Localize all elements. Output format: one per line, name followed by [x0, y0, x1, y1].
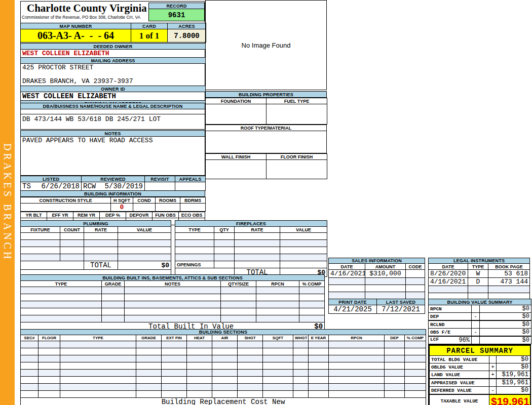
notes-label: NOTES [21, 131, 205, 137]
cell [329, 355, 385, 362]
listed-by: TS [22, 182, 31, 190]
mailing-address-line1: 425 PROCTOR STREET [22, 64, 204, 71]
reviewed-label: REVIEWED [82, 176, 145, 182]
cell [235, 240, 280, 247]
instrument-date: 4/16/2021 [429, 278, 468, 286]
cell [488, 286, 530, 293]
county-title: Charlotte County Virginia [27, 2, 147, 15]
cell [263, 341, 293, 348]
bdrms-label: BDRMS [180, 197, 206, 204]
cell [175, 233, 214, 240]
instrument-type: W [468, 270, 488, 278]
cell [187, 370, 212, 377]
cell [263, 384, 293, 391]
empty-row [21, 362, 426, 370]
deeded-owner-value: WEST COLLEEN ELIZABETH [21, 50, 206, 58]
cell [238, 348, 263, 355]
cell [221, 315, 256, 322]
building-replacement-cost-label: Building Replacement Cost New [21, 398, 426, 405]
cell [309, 355, 329, 362]
cell [60, 341, 136, 348]
bvs-label: RPCN [429, 305, 472, 313]
parcel-label: TOTAL BLDG VALUE [430, 356, 489, 363]
empty-row [329, 285, 425, 292]
cell [293, 391, 309, 398]
district-sidebar: DRAKES BRANCH [0, 0, 15, 405]
cell [280, 254, 327, 261]
cell [309, 377, 329, 384]
openings-label: OPENINGS [175, 261, 214, 268]
cell [84, 254, 118, 261]
cell [21, 240, 60, 247]
cell [365, 292, 406, 299]
cell [102, 287, 125, 294]
cell [118, 254, 171, 261]
cell [162, 362, 187, 370]
empty-row [21, 341, 426, 348]
cell [39, 362, 60, 370]
parcel-summary-section: PARCEL SUMMARY TOTAL BLDG VALUE $0 OBLDG… [428, 344, 531, 405]
cell [309, 391, 329, 398]
cell [329, 285, 365, 292]
cell [212, 377, 238, 384]
cell [136, 348, 162, 355]
cell [162, 384, 187, 391]
cell [39, 384, 60, 391]
cell [125, 308, 221, 315]
air-label: AIR [212, 335, 238, 341]
cell [405, 391, 426, 398]
cell [235, 254, 280, 261]
cell [405, 370, 426, 377]
parcel-op: + [489, 371, 497, 379]
bvs-op: - [472, 329, 480, 337]
parcel-op: - [489, 387, 497, 395]
cell [102, 301, 125, 308]
cell [212, 384, 238, 391]
foundation-value [206, 104, 267, 125]
bvs-row: DEP - $0 [429, 313, 531, 321]
instrument-type: D [468, 278, 488, 286]
bvs-value: $0 [480, 305, 531, 313]
commissioner-address-line: Commissioner of the Revenue, PO Box 308,… [22, 15, 140, 20]
qty-label: QTY [214, 227, 235, 233]
empty-row [21, 355, 426, 362]
cell [162, 341, 187, 348]
shgt-label: SHGT [238, 335, 263, 341]
building-value-summary-section: BUILDING VALUE SUMMARY RPCN $0 DEP - $0 … [428, 299, 531, 344]
cell [365, 285, 406, 292]
lcf-percent: 96% [459, 337, 470, 344]
instrument-book-page: 473 144 [488, 278, 530, 286]
cell [329, 278, 365, 285]
cell [125, 294, 221, 301]
cell [256, 301, 299, 308]
cell [238, 377, 263, 384]
no-image-text: No Image Found [242, 42, 291, 49]
heat-label: HEAT [187, 335, 212, 341]
parcel-op [489, 356, 497, 363]
cell [136, 384, 162, 391]
cell [118, 247, 171, 254]
legal-description-section: DBA/BUISNESS NAME/HOUSE NAME & LEGAL DES… [20, 103, 205, 130]
deeded-owner-label: DEEDED OWNER [21, 44, 206, 50]
cell [256, 287, 299, 294]
cell [329, 292, 365, 299]
parcel-row: OBLDG VALUE + $0 [430, 363, 530, 371]
revisit-value [145, 182, 175, 191]
pct-comp-label: % COMP [299, 281, 325, 287]
cell [405, 377, 426, 384]
empty-row [21, 308, 325, 315]
sale-date: 4/16/2021 [329, 270, 365, 278]
notes-value: PAVED APPEARS TO HAVE ROAD ACCESS [21, 137, 205, 176]
parcel-op [489, 379, 497, 387]
instrument-date: 8/26/2020 [429, 270, 468, 278]
cell [162, 355, 187, 362]
pct-comp-label: % COMP [405, 335, 426, 341]
cell [293, 355, 309, 362]
cell [385, 348, 405, 355]
sales-title: SALES INFORMATION [329, 258, 425, 264]
bdrms-value [180, 204, 206, 212]
bvs-op: - [472, 313, 480, 321]
legal-instrument-row: 8/26/2020 W 53 618 [429, 270, 530, 278]
hsqft-value: 0 [111, 204, 133, 212]
sales-information-section: SALES INFORMATION DATE AMOUNT CODE 4/16/… [328, 258, 425, 299]
